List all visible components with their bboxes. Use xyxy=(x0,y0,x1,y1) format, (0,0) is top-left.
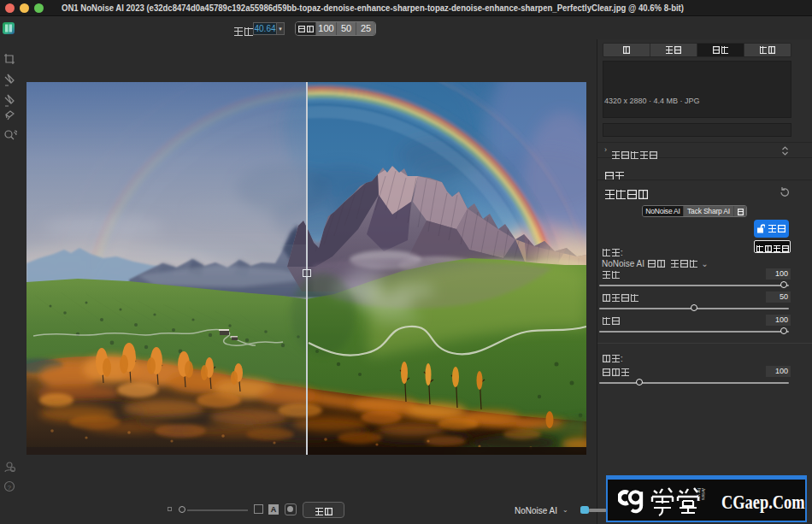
svg-text:?: ? xyxy=(8,484,12,492)
